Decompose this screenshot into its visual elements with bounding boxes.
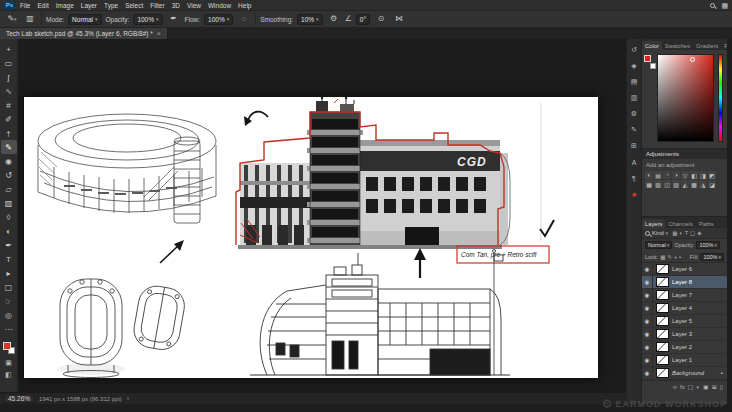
adj-black-white-icon[interactable]: ◩ [708,171,716,179]
screen-mode-icon[interactable]: ◧ [5,371,12,379]
tab-channels[interactable]: Channels [665,219,696,228]
new-layer-icon[interactable]: ⊞ [712,383,717,390]
dock-info-icon[interactable]: ▥ [627,92,641,104]
adj-vibrance-icon[interactable]: ▽ [681,171,689,179]
layer-visibility-eye-icon[interactable]: ◉ [642,302,653,315]
panel-foreground-chip[interactable] [644,55,651,62]
filter-kind-select[interactable]: Kind [652,230,664,236]
adj-photo-filter-icon[interactable]: ▦ [645,180,653,188]
foreground-background-colors[interactable] [2,341,16,355]
brush-tool[interactable]: ✎ [1,140,17,154]
adj-brightness-contrast-icon[interactable]: ◐ [645,171,653,179]
Layer 3[interactable]: ◉ Layer 3 ▪ [642,328,727,341]
dock-color-swatch-icon[interactable]: ■ [627,188,641,200]
link-layers-icon[interactable]: ∞ [673,384,677,390]
menu-window[interactable]: Window [208,2,231,9]
document-tab[interactable]: Tech Lab sketch.psd @ 45.3% (Layer 6, RG… [0,28,168,39]
filter-type-layers-icon[interactable]: T [685,230,688,236]
tab-layers[interactable]: Layers [642,219,665,228]
menu-type[interactable]: Type [104,2,118,9]
clone-stamp-tool[interactable]: ◉ [1,154,17,168]
layer-style-icon[interactable]: fx [680,384,685,390]
dock-character-icon[interactable]: A [627,156,641,168]
pressure-size-button[interactable]: ⊙ [374,13,388,26]
Layer 1[interactable]: ◉ Layer 1 ▪ [642,354,727,367]
layer-visibility-eye-icon[interactable]: ◉ [642,328,653,341]
menu-filter[interactable]: Filter [150,2,164,9]
opacity-select[interactable]: 100% ▾ [133,14,162,25]
pen-tool[interactable]: ✒ [1,238,17,252]
layer-thumbnail[interactable] [656,342,669,352]
dock-histogram-icon[interactable]: ▤ [627,76,641,88]
layer-visibility-eye-icon[interactable]: ◉ [642,289,653,302]
shape-tool[interactable]: ▢ [1,280,17,294]
layer-thumbnail[interactable] [656,290,669,300]
menu-edit[interactable]: Edit [37,2,48,9]
dock-navigator-icon[interactable]: ◈ [627,60,641,72]
layer-opacity-select[interactable]: 100% ▾ [696,241,720,249]
zoom-level-input[interactable]: 45.26% [4,394,34,403]
layer-visibility-eye-icon[interactable]: ◉ [642,354,653,367]
Layer 7[interactable]: ◉ Layer 7 ▪ [642,289,727,302]
quick-selection-tool[interactable]: ∿ [1,84,17,98]
Background[interactable]: ◉ Background ▪ [642,367,727,380]
dock-clone-source-icon[interactable]: ⊞ [627,140,641,152]
new-group-icon[interactable]: ▣ [703,383,709,390]
foreground-color-chip[interactable] [3,342,11,350]
adj-color-lookup-icon[interactable]: ◫ [663,180,671,188]
menu-layer[interactable]: Layer [81,2,97,9]
filter-smart-objects-icon[interactable]: ◈ [697,230,701,236]
menu-3d[interactable]: 3D [172,2,180,9]
layer-thumbnail[interactable] [656,316,669,326]
layer-thumbnail[interactable] [656,355,669,365]
menu-select[interactable]: Select [125,2,143,9]
dock-paragraph-icon[interactable]: ¶ [627,172,641,184]
status-chevron-icon[interactable]: › [127,395,129,402]
type-tool[interactable]: T [1,252,17,266]
adj-threshold-icon[interactable]: ▩ [690,180,698,188]
search-icon[interactable] [710,3,715,8]
layer-thumbnail[interactable] [656,303,669,313]
adj-hue-saturation-icon[interactable]: ◧ [690,171,698,179]
path-selection-tool[interactable]: ▸ [1,266,17,280]
adj-gradient-map-icon[interactable]: ◮ [699,180,707,188]
layer-visibility-eye-icon[interactable]: ◉ [642,315,653,328]
layer-thumbnail[interactable] [656,264,669,274]
filter-adjustment-layers-icon[interactable]: ◐ [679,230,682,236]
symmetry-button[interactable]: ⋈ [392,13,406,26]
Layer 4[interactable]: ◉ Layer 4 ▪ [642,302,727,315]
menu-file[interactable]: File [20,2,30,9]
eyedropper-tool[interactable]: ✐ [1,112,17,126]
workspace-icon[interactable]: ▦ [721,2,728,9]
filter-pixel-layers-icon[interactable]: ▦ [672,230,677,236]
toggle-brush-settings-button[interactable]: ▥ [23,13,37,26]
tab-color[interactable]: Color [642,41,662,50]
layer-blend-mode-select[interactable]: Normal ▾ [645,241,672,249]
lasso-tool[interactable]: ʃ [1,70,17,84]
lock-image-pixels-icon[interactable]: ✎ [667,254,672,260]
gradient-tool[interactable]: ▨ [1,196,17,210]
brush-preset-picker[interactable]: ✎ ▾ [5,13,19,26]
adj-levels-icon[interactable]: ▤ [654,171,662,179]
filter-shape-layers-icon[interactable]: ▢ [690,230,695,236]
Layer 5[interactable]: ◉ Layer 5 ▪ [642,315,727,328]
tab-swatches[interactable]: Swatches [662,41,693,50]
brush-angle-input[interactable]: 0° [356,14,370,25]
zoom-tool[interactable]: ◎ [1,308,17,322]
tab-gradient[interactable]: Gradient [693,41,721,50]
dock-properties-icon[interactable]: ⚙ [627,108,641,120]
menu-view[interactable]: View [187,2,201,9]
lock-transparent-pixels-icon[interactable]: ▦ [660,254,665,260]
new-adjustment-layer-icon[interactable]: ◐ [696,384,700,390]
move-tool[interactable]: + [1,42,17,56]
adj-exposure-icon[interactable]: ◑ [672,171,680,179]
add-mask-icon[interactable]: ▢ [688,383,694,390]
Layer 2[interactable]: ◉ Layer 2 ▪ [642,341,727,354]
layer-visibility-eye-icon[interactable]: ◉ [642,263,653,276]
layer-visibility-eye-icon[interactable]: ◉ [642,367,653,380]
delete-layer-icon[interactable]: ▯ [720,383,723,390]
flow-select[interactable]: 100% ▾ [204,14,233,25]
blend-mode-select[interactable]: Normal ▾ [68,14,101,25]
menu-image[interactable]: Image [56,2,74,9]
edit-toolbar[interactable]: ⋯ [1,322,17,336]
